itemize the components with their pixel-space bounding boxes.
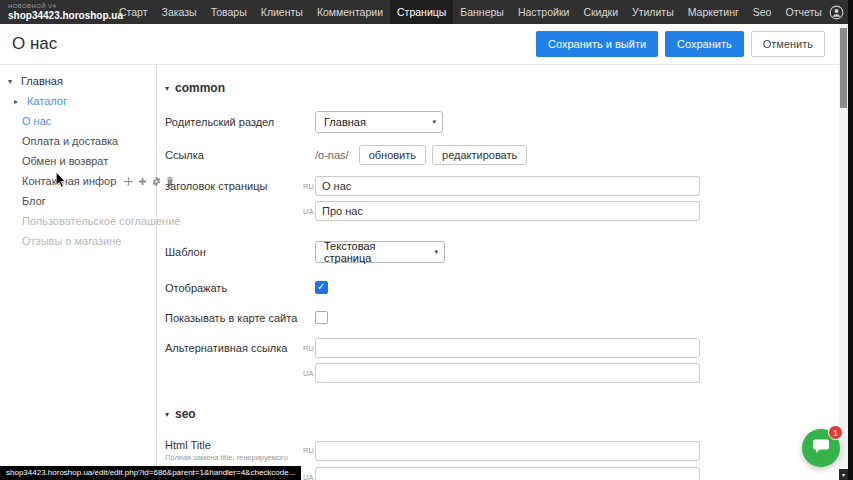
sidebar-item-label: Обмен и возврат: [22, 155, 108, 167]
template-label: Шаблон: [165, 246, 303, 258]
sidebar-item-label: Главная: [21, 75, 63, 87]
parent-section-select[interactable]: Главная ▾: [315, 111, 443, 133]
page-scrollbar[interactable]: ▾: [839, 24, 848, 480]
lang-ru-label: RU: [303, 182, 315, 191]
brand-domain: shop34423.horoshop.ua: [8, 10, 102, 21]
html-title-label: Html Title: [165, 439, 303, 451]
page-title-ru-row: заголовок страницы RU: [165, 176, 853, 196]
display-checkbox[interactable]: [315, 281, 328, 294]
alt-link-ua-row: UA: [165, 363, 853, 383]
lang-ua-label: UA: [303, 369, 315, 378]
sidebar-item-exchange-return[interactable]: Обмен и возврат: [0, 151, 156, 171]
page-edit-form: ▾ common Родительский раздел Главная ▾ С…: [157, 65, 853, 480]
sidebar-item-reviews[interactable]: Отзывы о магазине: [0, 231, 156, 251]
sidebar-item-label: Каталог: [27, 95, 67, 107]
sidebar-item-label: Оплата и доставка: [22, 135, 118, 147]
nav-seo[interactable]: Seo: [746, 0, 779, 24]
sidebar-item-payment-delivery[interactable]: Оплата и доставка: [0, 131, 156, 151]
page-title-label: заголовок страницы: [165, 180, 303, 192]
sidebar-item-user-agreement[interactable]: Пользовательское соглашение: [0, 211, 156, 231]
nav-pages[interactable]: Страницы: [390, 0, 453, 24]
template-select[interactable]: Текстовая страница ▾: [315, 241, 445, 263]
page-title-ru-input[interactable]: [315, 176, 700, 196]
alt-link-ru-row: Альтернативная ссылка RU: [165, 338, 853, 358]
nav-start[interactable]: Старт: [112, 0, 155, 24]
section-seo-title: seo: [175, 407, 196, 421]
section-common-header[interactable]: ▾ common: [165, 81, 853, 95]
html-title-ru-input[interactable]: [315, 441, 700, 461]
brand[interactable]: НОВОВНОЙ V4 shop34423.horoshop.ua: [0, 0, 112, 24]
sidebar-item-catalog[interactable]: ▸ Каталог: [0, 91, 156, 111]
alt-link-ru-input[interactable]: [315, 338, 700, 358]
nav-products[interactable]: Товары: [204, 0, 254, 24]
chevron-down-icon: ▾: [165, 410, 169, 419]
brand-version-label: НОВОВНОЙ V4: [8, 3, 102, 10]
chat-unread-badge: 1: [828, 425, 843, 440]
scroll-down-icon: ▾: [842, 471, 845, 478]
expand-arrow-icon[interactable]: ▸: [14, 97, 22, 106]
html-title-hint: Полная замена title, генерируемого: [165, 453, 303, 462]
sidebar-item-blog[interactable]: Блог: [0, 191, 156, 211]
save-button[interactable]: Сохранить: [665, 31, 744, 57]
chevron-down-icon: ▾: [432, 118, 436, 126]
chat-bubble-icon: [811, 436, 831, 460]
lang-ru-label: RU: [303, 344, 315, 353]
nav-orders[interactable]: Заказы: [155, 0, 204, 24]
chevron-down-icon: ▾: [165, 84, 169, 93]
add-icon[interactable]: [138, 177, 147, 186]
url-edit-button[interactable]: редактировать: [432, 145, 527, 165]
page-header: О нас Сохранить и выйти Сохранить Отмени…: [0, 24, 853, 65]
move-icon[interactable]: [124, 177, 133, 186]
nav-banners[interactable]: Баннеры: [453, 0, 511, 24]
cancel-button[interactable]: Отменить: [751, 31, 825, 57]
lang-ua-label: UA: [303, 473, 315, 480]
collapse-arrow-icon[interactable]: ▾: [8, 77, 16, 86]
scrollbar-thumb[interactable]: [840, 28, 847, 108]
sitemap-label: Показывать в карте сайта: [165, 312, 303, 324]
top-navigation: Старт Заказы Товары Клиенты Комментарии …: [112, 0, 829, 24]
html-title-ua-input[interactable]: [315, 467, 700, 480]
url-label: Ссылка: [165, 149, 303, 161]
page-title-ua-input[interactable]: [315, 201, 700, 221]
header-actions: Сохранить и выйти Сохранить Отменить: [536, 31, 841, 57]
user-icon[interactable]: [829, 5, 844, 20]
lang-ua-label: UA: [303, 207, 315, 216]
html-title-ru-row: Html Title Полная замена title, генериру…: [165, 439, 853, 462]
section-common-title: common: [175, 81, 225, 95]
scrollbar-down-button[interactable]: ▾: [839, 469, 848, 480]
url-refresh-button[interactable]: обновить: [359, 145, 426, 165]
sidebar-item-label: Блог: [22, 195, 46, 207]
section-seo-header[interactable]: ▾ seo: [165, 407, 853, 421]
parent-section-row: Родительский раздел Главная ▾: [165, 111, 853, 133]
sidebar-item-contact-info[interactable]: Контактная инфор: [0, 171, 156, 191]
sitemap-row: Показывать в карте сайта: [165, 311, 853, 324]
topbar: НОВОВНОЙ V4 shop34423.horoshop.ua Старт …: [0, 0, 853, 24]
chat-widget-button[interactable]: 1: [802, 429, 840, 467]
page-title-ua-row: UA: [165, 201, 853, 221]
lang-ru-label: RU: [303, 446, 315, 455]
nav-reports[interactable]: Отчеты: [778, 0, 828, 24]
nav-discounts[interactable]: Скидки: [576, 0, 625, 24]
sidebar-item-label: О нас: [22, 115, 51, 127]
nav-settings[interactable]: Настройки: [511, 0, 577, 24]
parent-section-label: Родительский раздел: [165, 116, 303, 128]
screen-edge: [848, 0, 853, 480]
nav-comments[interactable]: Комментарии: [310, 0, 390, 24]
alt-link-ua-input[interactable]: [315, 363, 700, 383]
selected-value: Текстовая страница: [324, 240, 424, 264]
pages-tree-sidebar: ▾ Главная ▸ Каталог О нас Оплата и доста…: [0, 65, 157, 480]
sidebar-item-label: Отзывы о магазине: [22, 235, 121, 247]
chevron-down-icon: ▾: [434, 248, 438, 256]
sidebar-item-about[interactable]: О нас: [0, 111, 156, 131]
main-layout: ▾ Главная ▸ Каталог О нас Оплата и доста…: [0, 65, 853, 480]
sitemap-checkbox[interactable]: [315, 311, 328, 324]
save-and-exit-button[interactable]: Сохранить и выйти: [536, 31, 658, 57]
browser-status-url: shop34423.horoshop.ua/edit/edit.php?id=6…: [0, 466, 301, 480]
sidebar-item-home[interactable]: ▾ Главная: [0, 71, 156, 91]
alt-link-label: Альтернативная ссылка: [165, 342, 303, 354]
nav-utilities[interactable]: Утилиты: [625, 0, 681, 24]
sidebar-item-label: Контактная инфор: [22, 175, 116, 187]
nav-marketing[interactable]: Маркетинг: [681, 0, 746, 24]
url-row: Ссылка /o-nas/ обновить редактировать: [165, 145, 853, 165]
nav-clients[interactable]: Клиенты: [254, 0, 310, 24]
